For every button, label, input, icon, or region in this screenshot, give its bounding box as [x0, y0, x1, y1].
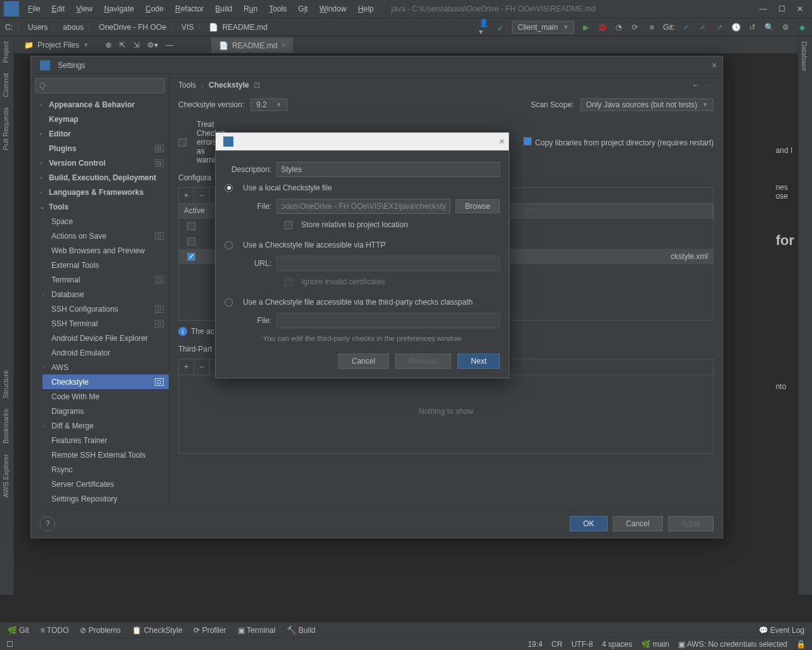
rail-project[interactable]: Project: [0, 36, 11, 68]
radio-http[interactable]: [225, 241, 233, 249]
settings-close-icon[interactable]: ✕: [711, 61, 717, 70]
remove-config-btn[interactable]: −: [194, 188, 209, 203]
ok-button[interactable]: OK: [570, 516, 607, 531]
menu-file[interactable]: File: [23, 2, 45, 16]
settings-search[interactable]: Q-: [35, 78, 165, 93]
menu-items[interactable]: File Edit View Navigate Code Refactor Bu…: [23, 2, 379, 16]
update-icon[interactable]: ✓: [681, 22, 691, 32]
menu-run[interactable]: Run: [239, 2, 263, 16]
rail-aws[interactable]: AWS Explorer: [0, 449, 11, 503]
breadcrumb[interactable]: C:〉 Users〉 abous〉 OneDrive - FH OOe〉 VIS…: [5, 22, 268, 32]
tree-settingsrepo[interactable]: Settings Repository: [43, 491, 169, 506]
tree-space[interactable]: Space: [43, 214, 169, 229]
menu-build[interactable]: Build: [210, 2, 237, 16]
rollback-icon[interactable]: ↺: [747, 22, 757, 32]
back-icon[interactable]: ←: [692, 81, 700, 90]
close-tab-icon[interactable]: ×: [281, 41, 285, 50]
rail-commit[interactable]: Commit: [0, 68, 11, 102]
tree-checkstyle[interactable]: Checkstyle⊡: [43, 375, 169, 389]
tree-rsync[interactable]: Rsync: [43, 462, 169, 477]
commit-icon[interactable]: ✓: [698, 22, 708, 32]
run-config-combo[interactable]: Client_main▼: [512, 21, 574, 34]
settings-gear-icon[interactable]: ⚙▾: [147, 41, 158, 50]
rail-database[interactable]: Database: [799, 36, 810, 76]
tree-browsers[interactable]: Web Browsers and Preview: [43, 243, 169, 258]
tree-actions-save[interactable]: Actions on Save⊡: [43, 229, 169, 243]
tree-aws[interactable]: ›AWS: [43, 360, 169, 375]
add-tp-btn[interactable]: +: [179, 359, 194, 375]
close-window-icon[interactable]: ✕: [797, 4, 803, 13]
build-tool[interactable]: 🔨 Build: [287, 626, 315, 635]
classpath-file-input[interactable]: [277, 313, 500, 328]
browse-button[interactable]: Browse: [455, 199, 500, 213]
modal-close-icon[interactable]: ✕: [499, 137, 505, 146]
indent[interactable]: 4 spaces: [602, 640, 632, 649]
build-icon[interactable]: ↙: [495, 22, 506, 32]
gear-icon[interactable]: ⚙: [780, 22, 790, 32]
url-input[interactable]: [277, 256, 500, 271]
push-icon[interactable]: ↗: [714, 22, 724, 32]
help-button[interactable]: ?: [40, 516, 55, 531]
store-relative-check[interactable]: [284, 221, 292, 229]
tree-servercert[interactable]: Server Certificates: [43, 477, 169, 491]
status-icon[interactable]: ☐: [6, 640, 13, 649]
hide-icon[interactable]: —: [166, 41, 173, 50]
git-tool[interactable]: 🌿 Git: [8, 626, 29, 635]
next-button[interactable]: Next: [457, 354, 500, 369]
rail-structure[interactable]: Structure: [0, 365, 11, 404]
select-file-icon[interactable]: ⊕: [105, 41, 112, 50]
treat-warnings-check[interactable]: [178, 138, 187, 147]
menu-window[interactable]: Window: [314, 2, 351, 16]
radio-classpath[interactable]: [225, 298, 233, 307]
menu-edit[interactable]: Edit: [46, 2, 70, 16]
scope-combo[interactable]: Only Java sources (but not tests)▼: [580, 98, 714, 111]
aws-status[interactable]: ▣ AWS: No credentials selected: [678, 640, 787, 649]
tree-sshconf[interactable]: SSH Configurations⊡: [43, 302, 169, 316]
previous-button[interactable]: Previous: [395, 354, 452, 369]
menu-navigate[interactable]: Navigate: [99, 2, 139, 16]
tree-remote-ssh[interactable]: Remote SSH External Tools: [43, 448, 169, 462]
tree-diagrams[interactable]: Diagrams: [43, 404, 169, 418]
user-icon[interactable]: 👤▾: [479, 22, 489, 32]
tree-features[interactable]: Features Trainer: [43, 433, 169, 448]
modal-cancel-button[interactable]: Cancel: [338, 354, 388, 369]
file-input[interactable]: [277, 199, 450, 214]
fwd-icon[interactable]: →: [706, 81, 714, 90]
stop-icon[interactable]: ■: [646, 22, 657, 32]
minimize-icon[interactable]: —: [759, 4, 767, 13]
menu-refactor[interactable]: Refactor: [170, 2, 209, 16]
history-icon[interactable]: 🕓: [731, 22, 741, 32]
cancel-button[interactable]: Cancel: [613, 516, 663, 531]
coverage-icon[interactable]: ◔: [613, 22, 624, 32]
remove-tp-btn[interactable]: −: [194, 359, 209, 375]
tree-diff[interactable]: ›Diff & Merge: [43, 418, 169, 433]
tree-database[interactable]: ›Database: [43, 287, 169, 302]
maximize-icon[interactable]: ☐: [778, 4, 785, 13]
tree-sshterm[interactable]: SSH Terminal⊡: [43, 316, 169, 331]
checkstyle-tool[interactable]: 📋 CheckStyle: [132, 626, 182, 635]
lock-icon[interactable]: 🔒: [796, 640, 806, 649]
branch[interactable]: 🌿 main: [641, 640, 669, 649]
apply-button[interactable]: Apply: [668, 516, 714, 531]
description-input[interactable]: [277, 162, 500, 177]
menu-view[interactable]: View: [71, 2, 98, 16]
run-icon[interactable]: ▶: [580, 22, 591, 32]
rail-pullreq[interactable]: Pull Requests: [0, 102, 11, 156]
caret-pos[interactable]: 19:4: [528, 640, 542, 649]
editor-tab-readme[interactable]: 📄README.md×: [211, 37, 293, 53]
radio-local[interactable]: [225, 184, 233, 192]
problems-tool[interactable]: ⊘ Problems: [80, 626, 121, 635]
project-combo[interactable]: 📁Project Files▼: [19, 39, 94, 51]
debug-icon[interactable]: 🐞: [597, 22, 607, 32]
search-icon[interactable]: 🔍: [764, 22, 774, 32]
todo-tool[interactable]: ≡ TODO: [41, 626, 69, 635]
profile-icon[interactable]: ⟳: [630, 22, 640, 32]
menu-code[interactable]: Code: [140, 2, 169, 16]
tree-terminal[interactable]: Terminal⊡: [43, 272, 169, 287]
eventlog-tool[interactable]: 💬 Event Log: [759, 626, 804, 635]
ignore-cert-check[interactable]: [284, 278, 292, 286]
version-combo[interactable]: 9.2▼: [251, 98, 287, 111]
codana-icon[interactable]: ◆: [797, 22, 807, 32]
tree-codewithme[interactable]: Code With Me: [43, 389, 169, 404]
menu-git[interactable]: Git: [293, 2, 313, 16]
